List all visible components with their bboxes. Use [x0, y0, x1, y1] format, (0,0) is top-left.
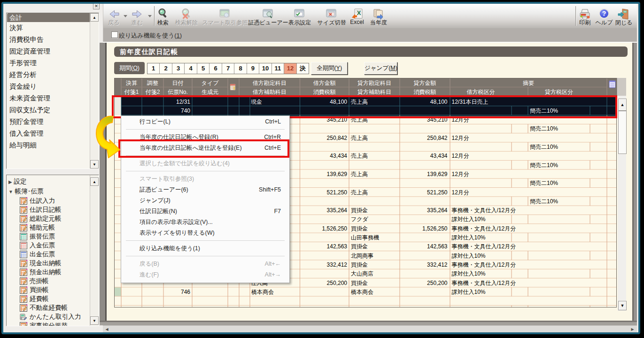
svg-text:事務機・文具仕入/12月分: 事務機・文具仕入/12月分 — [452, 261, 516, 268]
svg-text:簡売二10%: 簡売二10% — [530, 162, 558, 169]
svg-text:746: 746 — [181, 289, 190, 295]
svg-text:摘要: 摘要 — [523, 80, 534, 86]
svg-text:貸方補助科目: 貸方補助科目 — [357, 89, 391, 95]
svg-text:付箋1: 付箋1 — [124, 89, 139, 95]
svg-text:事務機・文具仕入/12月分: 事務機・文具仕入/12月分 — [452, 225, 516, 232]
svg-text:橋本商会: 橋本商会 — [251, 289, 274, 295]
svg-text:生成元: 生成元 — [202, 89, 218, 95]
svg-text:事務機・文具仕入/12月分: 事務機・文具仕入/12月分 — [452, 243, 516, 250]
svg-text:簡売二10%: 簡売二10% — [530, 198, 558, 205]
svg-text:12月分: 12月分 — [452, 171, 469, 177]
svg-text:日付: 日付 — [172, 80, 184, 86]
svg-text:貸方税区分: 貸方税区分 — [545, 89, 573, 95]
svg-text:521,250: 521,250 — [427, 189, 448, 196]
svg-text:売上高: 売上高 — [351, 171, 368, 177]
svg-text:12月分: 12月分 — [452, 135, 469, 141]
svg-text:タイプ: タイプ — [202, 80, 219, 86]
svg-text:332,412: 332,412 — [427, 261, 448, 268]
svg-text:簡売二10%: 簡売二10% — [530, 180, 558, 186]
svg-text:貸方勘定科目: 貸方勘定科目 — [357, 80, 391, 86]
svg-text:?: ? — [602, 10, 606, 17]
svg-text:521,250: 521,250 — [327, 189, 348, 196]
svg-text:43,434: 43,434 — [330, 153, 347, 159]
svg-text:売上高: 売上高 — [351, 135, 368, 141]
svg-text:12月分: 12月分 — [452, 189, 469, 196]
svg-text:売上高: 売上高 — [351, 153, 368, 159]
svg-text:課対仕入10%: 課対仕入10% — [452, 270, 486, 277]
svg-text:課対仕入10%: 課対仕入10% — [452, 234, 486, 241]
svg-text:山田事務機: 山田事務機 — [351, 234, 379, 241]
svg-text:課対仕入10%: 課対仕入10% — [452, 216, 486, 223]
svg-text:335,264: 335,264 — [327, 207, 348, 214]
svg-text:332,412: 332,412 — [327, 261, 348, 268]
svg-text:借方補助科目: 借方補助科目 — [253, 89, 287, 95]
svg-text:43,434: 43,434 — [430, 153, 448, 159]
svg-text:139,629: 139,629 — [327, 171, 348, 177]
svg-text:139,629: 139,629 — [427, 171, 448, 177]
svg-text:X: X — [357, 9, 361, 16]
svg-text:簡売二10%: 簡売二10% — [530, 144, 558, 150]
svg-text:買掛金: 買掛金 — [351, 261, 368, 268]
svg-text:事務機・文具仕入/12月分: 事務機・文具仕入/12月分 — [452, 207, 516, 214]
svg-text:簡売二10%: 簡売二10% — [530, 125, 558, 132]
svg-text:借方勘定科目: 借方勘定科目 — [253, 80, 287, 86]
svg-text:課対仕入10%: 課対仕入10% — [452, 253, 486, 259]
svg-text:買掛金: 買掛金 — [351, 280, 368, 286]
svg-text:橋本商会: 橋本商会 — [351, 289, 373, 295]
svg-text:1,526,250: 1,526,250 — [322, 225, 348, 232]
svg-text:250,842: 250,842 — [327, 135, 348, 141]
svg-text:フクダ: フクダ — [351, 216, 369, 223]
svg-text:事務機・文具仕入/12月分: 事務機・文具仕入/12月分 — [452, 280, 516, 286]
svg-text:買掛金: 買掛金 — [351, 243, 368, 250]
svg-text:買掛金: 買掛金 — [351, 225, 368, 232]
svg-text:付箋2: 付箋2 — [145, 89, 160, 95]
svg-text:消費税額: 消費税額 — [313, 89, 336, 95]
svg-text:12月分: 12月分 — [452, 153, 469, 159]
svg-text:1,526,250: 1,526,250 — [422, 225, 448, 232]
svg-text:250,200: 250,200 — [327, 280, 348, 286]
svg-text:大山商店: 大山商店 — [351, 270, 373, 277]
svg-text:250,200: 250,200 — [427, 280, 448, 286]
svg-text:伝票No.: 伝票No. — [168, 89, 188, 95]
svg-text:課対仕入10%: 課対仕入10% — [452, 289, 486, 295]
svg-text:250,842: 250,842 — [427, 135, 448, 141]
svg-text:借方税区分: 借方税区分 — [467, 89, 495, 95]
svg-text:買掛金: 買掛金 — [351, 207, 368, 214]
svg-text:消費税額: 消費税額 — [414, 89, 436, 95]
svg-text:142,563: 142,563 — [327, 243, 348, 250]
svg-text:調整: 調整 — [147, 80, 158, 86]
svg-text:貸方金額: 貸方金額 — [414, 80, 436, 86]
svg-text:売上高: 売上高 — [351, 189, 368, 196]
svg-text:決算: 決算 — [125, 80, 137, 86]
svg-text:335,264: 335,264 — [427, 207, 448, 214]
svg-text:借方金額: 借方金額 — [313, 80, 336, 86]
svg-text:142,563: 142,563 — [427, 243, 448, 250]
svg-text:北岡商事: 北岡商事 — [351, 253, 373, 259]
